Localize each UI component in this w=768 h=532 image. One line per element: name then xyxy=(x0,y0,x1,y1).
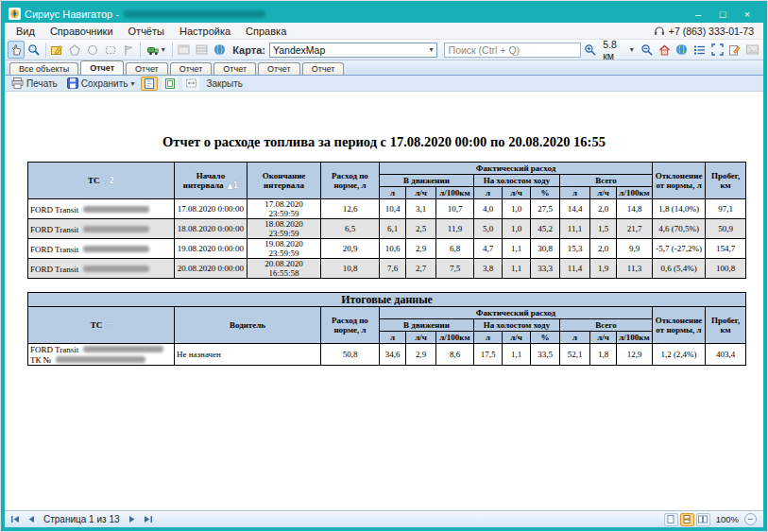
table-cell: 3,1 xyxy=(406,199,436,219)
vehicle-tracking-button[interactable]: ▾ xyxy=(144,41,169,59)
column-header[interactable]: Расход по норме, л xyxy=(321,307,380,344)
objects-panel-button[interactable] xyxy=(176,41,193,59)
fuel-subgroup-header: Всего xyxy=(560,319,653,332)
maximize-button[interactable]: □ xyxy=(710,6,735,22)
column-header[interactable]: Расход по норме, л xyxy=(321,163,380,199)
zoom-out-button[interactable] xyxy=(639,41,656,59)
zoom-actual-size-button[interactable] xyxy=(141,77,158,91)
tab-4[interactable]: Отчет xyxy=(213,62,256,75)
tab-2[interactable]: Отчет xyxy=(126,62,168,75)
menu-help[interactable]: Справка xyxy=(238,25,294,38)
next-page-button[interactable] xyxy=(126,513,140,526)
tab-0[interactable]: Все объекты xyxy=(9,62,78,75)
first-page-button[interactable] xyxy=(8,513,22,526)
last-page-button[interactable] xyxy=(142,513,156,526)
screenshot-image-button[interactable] xyxy=(743,41,760,59)
tab-6[interactable]: Отчет xyxy=(302,62,345,75)
column-header[interactable]: Отклонение от нормы, л xyxy=(653,163,706,199)
column-header[interactable]: Водитель xyxy=(175,307,321,344)
column-header[interactable]: ТС▽ xyxy=(28,307,175,344)
report-page: Отчет о расходе топлива за период с 17.0… xyxy=(5,92,763,510)
zoom-tool-button[interactable] xyxy=(26,41,43,59)
legend-list-button[interactable] xyxy=(691,41,708,59)
table-cell: 2,0 xyxy=(590,199,617,219)
table-cell: 11,3 xyxy=(617,259,653,279)
cell-text: FORD Transit xyxy=(30,224,78,233)
edit-map-button[interactable] xyxy=(49,41,66,59)
print-button[interactable]: Печать xyxy=(9,77,60,91)
flag-tool-button[interactable] xyxy=(120,41,137,59)
polygon-tool-button[interactable] xyxy=(66,41,83,59)
unit-header: л/100км xyxy=(617,332,653,344)
minimize-button[interactable]: – xyxy=(686,6,710,22)
table-cell: 34,6 xyxy=(380,344,406,366)
home-button[interactable] xyxy=(656,41,673,59)
table-cell: 6,8 xyxy=(436,239,474,259)
tab-1-active[interactable]: Отчет xyxy=(80,60,124,75)
chevron-down-icon: ▾ xyxy=(162,45,165,54)
menu-reports[interactable]: Отчёты xyxy=(121,25,172,38)
previous-page-button[interactable] xyxy=(24,513,38,526)
search-input[interactable] xyxy=(444,43,581,58)
main-toolbar: ▾ Карта: YandexMap ▾ 5.8 км ▾ xyxy=(5,40,763,60)
unit-header: л xyxy=(380,332,406,344)
zoom-decrease-button[interactable]: − xyxy=(744,513,757,525)
table-cell: 6,1 xyxy=(380,219,406,239)
chevron-down-icon: ▾ xyxy=(630,45,634,54)
notes-edit-button[interactable] xyxy=(726,41,743,59)
tab-3[interactable]: Отчет xyxy=(170,62,213,75)
table-cell: 2,7 xyxy=(406,259,436,279)
redacted-text xyxy=(83,206,149,213)
redacted-text xyxy=(83,226,149,232)
table-cell: FORD Transit xyxy=(28,199,175,219)
table-cell: 1,8 (14,0%) xyxy=(653,199,706,219)
fit-width-button[interactable] xyxy=(182,77,199,91)
table-cell: 100,8 xyxy=(706,259,746,279)
fuel-group-header: Фактический расход xyxy=(380,307,653,319)
table-cell: 11,1 xyxy=(560,219,590,239)
column-header[interactable]: Начало интервала▲1 xyxy=(175,163,247,199)
redacted-company-name xyxy=(124,10,265,18)
sort-indicator: ▽ xyxy=(106,321,111,330)
rectangle-tool-button[interactable] xyxy=(102,41,119,59)
map-provider-select[interactable]: YandexMap ▾ xyxy=(269,43,437,58)
fuel-group-header: Фактический расход xyxy=(380,163,653,175)
menu-settings[interactable]: Настройка xyxy=(172,25,238,38)
table-cell: 20,9 xyxy=(321,239,380,259)
table-cell: 2,5 xyxy=(406,219,436,239)
table-cell: 7,6 xyxy=(380,259,406,279)
column-header[interactable]: Отклонение от нормы, л xyxy=(653,307,706,344)
fuel-subgroup-header: На холостом ходу xyxy=(474,175,560,187)
table-cell: 1,0 xyxy=(503,219,531,239)
column-header[interactable]: Пробег, км xyxy=(706,163,746,199)
column-header[interactable]: Пробег, км xyxy=(706,307,746,344)
fit-page-button[interactable] xyxy=(162,77,179,91)
menu-view[interactable]: Вид xyxy=(9,25,43,38)
pan-tool-button[interactable] xyxy=(8,41,25,59)
column-header[interactable]: ТС▽2 xyxy=(28,163,175,199)
menu-directories[interactable]: Справочники xyxy=(43,25,121,38)
selection-frame-button[interactable] xyxy=(708,41,725,59)
globe-button[interactable] xyxy=(211,41,228,59)
close-report-button[interactable]: Закрыть xyxy=(203,77,246,91)
table-cell: 2,0 xyxy=(590,239,617,259)
close-button[interactable]: × xyxy=(735,6,759,22)
save-button[interactable]: Сохранить ▾ xyxy=(64,77,138,91)
floppy-disk-icon xyxy=(67,77,78,89)
world-map-button[interactable] xyxy=(674,41,691,59)
title-bar: Сириус Навигатор - – □ × xyxy=(5,5,763,23)
view-continuous-button[interactable] xyxy=(680,513,694,526)
table-cell: 10,8 xyxy=(321,259,380,279)
tab-5[interactable]: Отчет xyxy=(258,62,300,75)
rows-panel-button[interactable] xyxy=(194,41,211,59)
toolbar-separator xyxy=(45,43,46,58)
view-facing-pages-button[interactable] xyxy=(696,513,710,526)
summary-table: Итоговые данныеТС▽ВодительРасход по норм… xyxy=(27,292,746,366)
unit-header: л xyxy=(474,187,503,199)
view-single-page-button[interactable] xyxy=(664,513,678,526)
zoom-in-button[interactable] xyxy=(582,41,599,59)
table-cell: 1,0 xyxy=(503,199,531,219)
circle-tool-button[interactable] xyxy=(84,41,101,59)
column-header[interactable]: Окончание интервала xyxy=(247,163,321,199)
map-scale-select[interactable]: 5.8 км ▾ xyxy=(599,41,637,59)
